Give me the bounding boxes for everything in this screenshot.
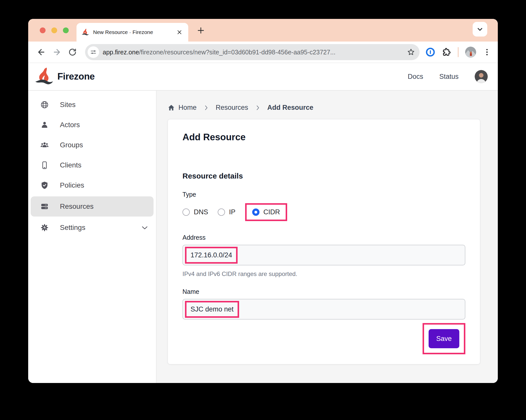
address-value: 172.16.0.0/24 xyxy=(191,251,232,259)
url-domain: app.firez.one xyxy=(103,49,139,56)
type-radio-group: DNS IP CIDR xyxy=(182,201,465,223)
breadcrumb-separator-icon xyxy=(203,105,209,111)
radio-circle[interactable] xyxy=(252,208,259,216)
annotation-highlight-cidr: CIDR xyxy=(245,203,287,221)
sidebar-item-label: Settings xyxy=(60,224,85,232)
radio-option-dns[interactable]: DNS xyxy=(182,208,208,216)
home-icon xyxy=(168,104,175,111)
save-button[interactable]: Save xyxy=(429,329,459,348)
breadcrumb-label: Resources xyxy=(216,104,248,112)
sidebar-item-sites[interactable]: Sites xyxy=(28,95,156,115)
toolbar-separator xyxy=(458,47,459,57)
sidebar-item-clients[interactable]: Clients xyxy=(28,155,156,175)
address-bar[interactable]: app.firez.one/firezone/resources/new?sit… xyxy=(85,44,420,60)
zoom-window-button[interactable] xyxy=(63,27,69,33)
forward-button[interactable] xyxy=(50,46,63,59)
browser-menu-icon[interactable] xyxy=(483,48,491,56)
breadcrumb-label: Add Resource xyxy=(267,104,313,112)
toolbar-extensions xyxy=(426,47,491,58)
status-link[interactable]: Status xyxy=(439,73,459,81)
extensions-puzzle-icon[interactable] xyxy=(442,47,451,57)
sidebar-item-label: Resources xyxy=(60,202,94,211)
address-field[interactable]: 172.16.0.0/24 xyxy=(182,245,465,265)
browser-toolbar: app.firez.one/firezone/resources/new?sit… xyxy=(28,42,498,63)
breadcrumb: Home Resources Add Resource xyxy=(168,104,498,112)
sidebar-item-resources[interactable]: Resources xyxy=(31,196,154,217)
radio-label: IP xyxy=(229,208,236,216)
radio-label: CIDR xyxy=(264,208,280,216)
breadcrumb-separator-icon xyxy=(255,105,261,111)
sidebar-nav: Sites Actors Groups Clients xyxy=(28,91,157,383)
page-title: Add Resource xyxy=(182,132,465,143)
user-avatar[interactable] xyxy=(475,70,488,83)
close-window-button[interactable] xyxy=(40,27,46,33)
type-label: Type xyxy=(182,191,465,198)
sidebar-item-label: Sites xyxy=(60,101,76,109)
annotation-highlight-save: Save xyxy=(423,323,465,354)
shield-check-icon xyxy=(40,181,49,190)
firezone-favicon-icon xyxy=(82,28,89,36)
bookmark-star-icon[interactable] xyxy=(407,48,415,56)
radio-circle[interactable] xyxy=(182,208,190,216)
sidebar-item-label: Clients xyxy=(60,161,82,169)
sidebar-item-groups[interactable]: Groups xyxy=(28,135,156,155)
sidebar-item-label: Policies xyxy=(60,181,84,189)
globe-icon xyxy=(40,100,49,109)
mobile-phone-icon xyxy=(40,161,49,169)
add-resource-card: Add Resource Resource details Type DNS I… xyxy=(168,119,480,364)
browser-tab[interactable]: New Resource · Firezone xyxy=(77,23,188,42)
password-manager-icon[interactable] xyxy=(426,47,435,57)
users-group-icon xyxy=(40,141,49,149)
sidebar-item-actors[interactable]: Actors xyxy=(28,115,156,135)
breadcrumb-resources[interactable]: Resources xyxy=(216,104,248,112)
name-label: Name xyxy=(182,288,465,295)
window-controls xyxy=(40,19,69,42)
app-header: Firezone Docs Status xyxy=(28,63,498,91)
back-button[interactable] xyxy=(35,46,48,59)
address-label: Address xyxy=(182,234,465,241)
annotation-highlight-name: SJC demo net xyxy=(185,301,239,318)
site-info-icon[interactable] xyxy=(88,46,99,58)
radio-option-cidr[interactable]: CIDR xyxy=(252,208,280,216)
url-text: app.firez.one/firezone/resources/new?sit… xyxy=(103,49,403,56)
tab-close-icon[interactable] xyxy=(176,28,183,36)
radio-option-ip[interactable]: IP xyxy=(218,208,236,216)
radio-label: DNS xyxy=(194,208,208,216)
section-title: Resource details xyxy=(182,172,465,180)
docs-link[interactable]: Docs xyxy=(408,73,423,81)
annotation-highlight-address: 172.16.0.0/24 xyxy=(185,247,238,264)
sidebar-item-label: Actors xyxy=(60,121,80,129)
name-field[interactable]: SJC demo net xyxy=(182,299,465,320)
reload-button[interactable] xyxy=(66,46,79,59)
firezone-logo-icon xyxy=(34,67,55,86)
address-help-text: IPv4 and IPv6 CIDR ranges are supported. xyxy=(182,270,465,277)
minimize-window-button[interactable] xyxy=(51,27,57,33)
browser-window: New Resource · Firezone app.firez.one/fi… xyxy=(28,19,498,383)
breadcrumb-home[interactable]: Home xyxy=(168,104,197,112)
firezone-brand[interactable]: Firezone xyxy=(34,67,95,86)
url-path: /firezone/resources/new?site_id=03d60b91… xyxy=(139,49,335,56)
chevron-down-icon xyxy=(140,223,149,232)
browser-profile-avatar[interactable] xyxy=(465,47,476,58)
brand-name: Firezone xyxy=(57,71,95,82)
breadcrumb-current: Add Resource xyxy=(267,104,313,112)
sidebar-item-settings[interactable]: Settings xyxy=(28,218,156,238)
new-tab-button[interactable] xyxy=(196,26,205,35)
person-icon xyxy=(40,121,49,129)
tab-title: New Resource · Firezone xyxy=(93,29,172,35)
radio-circle[interactable] xyxy=(218,208,225,216)
server-stack-icon xyxy=(40,202,49,211)
sidebar-item-policies[interactable]: Policies xyxy=(28,175,156,195)
breadcrumb-label: Home xyxy=(178,104,197,112)
main-content: Home Resources Add Resource Add Resource… xyxy=(157,91,498,383)
gear-icon xyxy=(40,223,49,232)
name-value: SJC demo net xyxy=(191,305,234,313)
tab-strip: New Resource · Firezone xyxy=(28,19,498,42)
tab-search-button[interactable] xyxy=(473,22,487,37)
sidebar-item-label: Groups xyxy=(60,141,83,149)
